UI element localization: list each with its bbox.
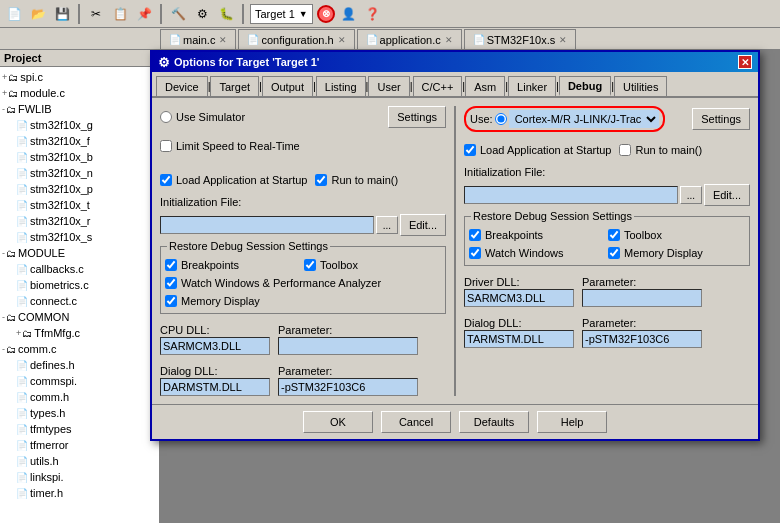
help-button[interactable]: Help	[537, 411, 607, 433]
target-selector[interactable]: Target 1 ▼	[250, 4, 313, 24]
options-icon[interactable]: 👤	[339, 4, 359, 24]
list-item[interactable]: 📄 stm32f10x_r	[0, 213, 159, 229]
toolbox-checkbox[interactable]	[304, 259, 316, 271]
run-to-main-checkbox[interactable]	[315, 174, 327, 186]
right-memory-checkbox[interactable]	[608, 247, 620, 259]
cancel-button[interactable]: Cancel	[381, 411, 451, 433]
dialog-param-input[interactable]	[278, 378, 418, 396]
list-item[interactable]: 📄 stm32f10x_n	[0, 165, 159, 181]
list-item[interactable]: 📄 timer.h	[0, 485, 159, 501]
list-item[interactable]: 📄 stm32f10x_p	[0, 181, 159, 197]
expand-icon[interactable]: +	[16, 328, 21, 338]
edit-button[interactable]: Edit...	[400, 214, 446, 236]
list-item[interactable]: 📄 utils.h	[0, 453, 159, 469]
list-item[interactable]: 📄 callbacks.c	[0, 261, 159, 277]
tab-application-c[interactable]: 📄 application.c ✕	[357, 29, 462, 49]
tab-cpp[interactable]: C/C++	[413, 76, 463, 96]
list-item[interactable]: + 🗂 TfmMfg.c	[0, 325, 159, 341]
list-item[interactable]: 📄 tfmtypes	[0, 421, 159, 437]
close-button[interactable]: ✕	[738, 55, 752, 69]
tab-utilities[interactable]: Utilities	[614, 76, 667, 96]
tab-output[interactable]: Output	[262, 76, 313, 96]
tab-main-c[interactable]: 📄 main.c ✕	[160, 29, 236, 49]
expand-icon[interactable]: +	[2, 88, 7, 98]
right-breakpoints-checkbox[interactable]	[469, 229, 481, 241]
list-item[interactable]: - 🗂 FWLIB	[0, 101, 159, 117]
list-item[interactable]: 📄 linkspi.	[0, 469, 159, 485]
list-item[interactable]: 📄 tfmerror	[0, 437, 159, 453]
expand-icon[interactable]: -	[2, 312, 5, 322]
save-icon[interactable]: 💾	[52, 4, 72, 24]
list-item[interactable]: 📄 stm32f10x_b	[0, 149, 159, 165]
right-dialog-dll-input[interactable]	[464, 330, 574, 348]
right-run-main-checkbox[interactable]	[619, 144, 631, 156]
right-init-file-input[interactable]	[464, 186, 678, 204]
new-icon[interactable]: 📄	[4, 4, 24, 24]
tab-asm[interactable]: Asm	[465, 76, 505, 96]
tab-user[interactable]: User	[368, 76, 409, 96]
tab-debug[interactable]: Debug	[559, 76, 611, 96]
build-icon[interactable]: 🔨	[168, 4, 188, 24]
close-tab-icon[interactable]: ✕	[559, 35, 567, 45]
close-tab-icon[interactable]: ✕	[219, 35, 227, 45]
breakpoints-checkbox[interactable]	[165, 259, 177, 271]
right-toolbox-checkbox[interactable]	[608, 229, 620, 241]
driver-dll-input[interactable]	[464, 289, 574, 307]
list-item[interactable]: 📄 biometrics.c	[0, 277, 159, 293]
dropdown-arrow[interactable]: ▼	[299, 9, 308, 19]
list-item[interactable]: 📄 stm32f10x_f	[0, 133, 159, 149]
use-radio[interactable]	[495, 113, 507, 125]
memory-display-checkbox[interactable]	[165, 295, 177, 307]
copy-icon[interactable]: 📋	[110, 4, 130, 24]
tab-device[interactable]: Device	[156, 76, 208, 96]
right-browse-button[interactable]: ...	[680, 186, 702, 204]
stop-button[interactable]: ⊗	[317, 5, 335, 23]
list-item[interactable]: + 🗂 spi.c	[0, 69, 159, 85]
help-icon[interactable]: ❓	[363, 4, 383, 24]
simulator-radio[interactable]	[160, 111, 172, 123]
close-tab-icon[interactable]: ✕	[338, 35, 346, 45]
list-item[interactable]: - 🗂 MODULE	[0, 245, 159, 261]
init-file-input[interactable]	[160, 216, 374, 234]
right-settings-button[interactable]: Settings	[692, 108, 750, 130]
driver-param-input[interactable]	[582, 289, 702, 307]
expand-icon[interactable]: -	[2, 248, 5, 258]
list-item[interactable]: - 🗂 comm.c	[0, 341, 159, 357]
list-item[interactable]: + 🗂 module.c	[0, 85, 159, 101]
debug-icon[interactable]: 🐛	[216, 4, 236, 24]
list-item[interactable]: - 🗂 COMMON	[0, 309, 159, 325]
limit-speed-checkbox[interactable]	[160, 140, 172, 152]
cpu-param-input[interactable]	[278, 337, 418, 355]
list-item[interactable]: 📄 types.h	[0, 405, 159, 421]
right-edit-button[interactable]: Edit...	[704, 184, 750, 206]
list-item[interactable]: 📄 comm.h	[0, 389, 159, 405]
tab-linker[interactable]: Linker	[508, 76, 556, 96]
close-tab-icon[interactable]: ✕	[445, 35, 453, 45]
expand-icon[interactable]: +	[2, 72, 7, 82]
left-settings-button[interactable]: Settings	[388, 106, 446, 128]
defaults-button[interactable]: Defaults	[459, 411, 529, 433]
list-item[interactable]: 📄 connect.c	[0, 293, 159, 309]
use-dropdown[interactable]: Cortex-M/R J-LINK/J-Trace	[509, 110, 659, 128]
list-item[interactable]: 📄 stm32f10x_s	[0, 229, 159, 245]
list-item[interactable]: 📄 commspi.	[0, 373, 159, 389]
list-item[interactable]: 📄 defines.h	[0, 357, 159, 373]
rebuild-icon[interactable]: ⚙	[192, 4, 212, 24]
tab-listing[interactable]: Listing	[316, 76, 366, 96]
expand-icon[interactable]: -	[2, 104, 5, 114]
right-watch-checkbox[interactable]	[469, 247, 481, 259]
tab-stm32-s[interactable]: 📄 STM32F10x.s ✕	[464, 29, 576, 49]
expand-icon[interactable]: -	[2, 344, 5, 354]
cut-icon[interactable]: ✂	[86, 4, 106, 24]
list-item[interactable]: 📄 stm32f10x_g	[0, 117, 159, 133]
paste-icon[interactable]: 📌	[134, 4, 154, 24]
ok-button[interactable]: OK	[303, 411, 373, 433]
right-load-app-checkbox[interactable]	[464, 144, 476, 156]
open-icon[interactable]: 📂	[28, 4, 48, 24]
dialog-dll-input[interactable]	[160, 378, 270, 396]
watch-windows-checkbox[interactable]	[165, 277, 177, 289]
tab-configuration-h[interactable]: 📄 configuration.h ✕	[238, 29, 354, 49]
init-file-browse-button[interactable]: ...	[376, 216, 398, 234]
load-app-checkbox[interactable]	[160, 174, 172, 186]
list-item[interactable]: 📄 stm32f10x_t	[0, 197, 159, 213]
